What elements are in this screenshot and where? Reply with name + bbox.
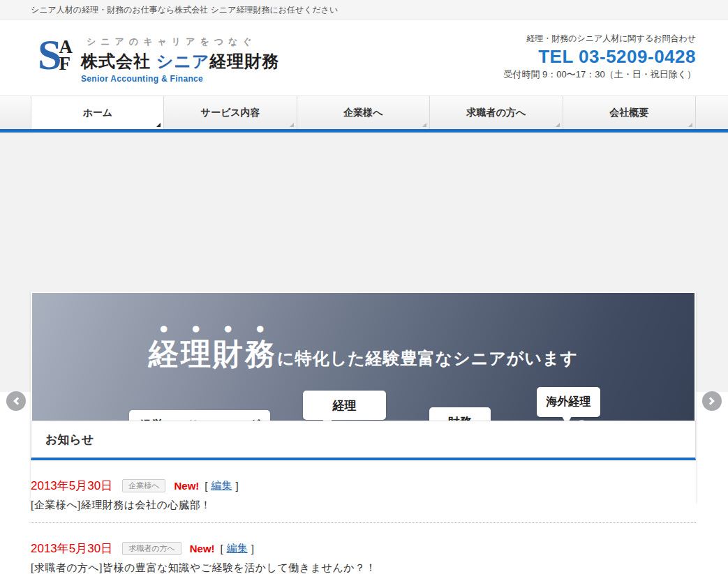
news-edit-link[interactable]: 編集: [211, 479, 232, 492]
edit-bracket-open: [: [205, 480, 207, 492]
header-contact-block: 経理・財務のシニア人材に関するお問合わせ TEL 03-5209-0428 受付…: [503, 33, 696, 81]
nav-tab-label: ホーム: [82, 107, 112, 119]
nav-tab-label: 企業様へ: [343, 107, 382, 119]
nav-tab-label: 求職者の方へ: [467, 107, 526, 119]
logo-mark: S A F: [38, 34, 73, 75]
news-item: 2013年5月30日 企業様へ New! [ 編集 ] [企業様へ]経理財務は会…: [31, 478, 696, 523]
news-edit-link[interactable]: 編集: [227, 542, 248, 555]
tab-corner-icon: [290, 123, 294, 127]
news-separator: [31, 522, 696, 523]
chevron-right-icon: [706, 397, 714, 405]
hero-headline-rest: に特化した経験豊富なシニアがいます: [277, 349, 578, 368]
tab-corner-icon: [156, 123, 161, 127]
news-date: 2013年5月30日: [31, 478, 112, 494]
nav-tab-about[interactable]: 会社概要: [563, 96, 696, 130]
company-name-suffix: 経理財務: [209, 52, 279, 70]
nav-tab-label: 会社概要: [609, 107, 648, 119]
company-logo[interactable]: S A F シニアのキャリアをつなぐ 株式会社 シニア経理財務 Senior A…: [38, 34, 279, 84]
news-item-meta: 2013年5月30日 企業様へ New! [ 編集 ]: [31, 478, 696, 494]
logo-tagline: シニアのキャリアをつなぐ: [81, 36, 279, 48]
logo-letter-s: S: [38, 34, 61, 75]
news-item: 2013年5月30日 求職者の方へ New! [ 編集 ] [求職者の方へ]皆様…: [31, 541, 696, 574]
nav-tab-companies[interactable]: 企業様へ: [297, 96, 430, 130]
news-category-badge: 企業様へ: [122, 479, 165, 492]
news-new-label: New!: [190, 543, 215, 554]
news-item-meta: 2013年5月30日 求職者の方へ New! [ 編集 ]: [31, 541, 696, 557]
top-notice-bar: シニア人材の経理・財務のお仕事なら株式会社 シニア経理財務にお任せください: [0, 0, 728, 20]
tab-corner-icon: [422, 123, 426, 127]
company-name-prefix: 株式会社: [81, 52, 156, 70]
hero-headline: 経理財務に特化した経験豊富なシニアがいます: [32, 319, 694, 375]
news-new-label: New!: [174, 480, 199, 492]
site-header: S A F シニアのキャリアをつなぐ 株式会社 シニア経理財務 Senior A…: [0, 20, 728, 96]
hero-headline-emphasis: 経理財務: [149, 337, 277, 370]
company-name-english: Senior Accounting & Finance: [81, 74, 279, 84]
nav-tab-jobseekers[interactable]: 求職者の方へ: [430, 96, 563, 130]
main-nav-tabs: ホーム サービス内容 企業様へ 求職者の方へ 会社概要: [31, 96, 696, 130]
news-date: 2013年5月30日: [31, 541, 112, 557]
news-section: お知らせ 2013年5月30日 企業様へ New! [ 編集 ] [企業様へ]経…: [31, 421, 696, 574]
nav-tab-home[interactable]: ホーム: [31, 96, 164, 130]
chevron-left-icon: [13, 397, 21, 405]
logo-letter-f: F: [59, 55, 73, 72]
tab-corner-icon: [688, 123, 692, 127]
logo-text: シニアのキャリアをつなぐ 株式会社 シニア経理財務 Senior Account…: [81, 34, 279, 84]
company-name-highlight: シニア: [156, 52, 210, 70]
hero-section: 経理財務に特化した経験豊富なシニアがいます 経営コンサルティング 経理 財務 海…: [0, 133, 728, 392]
contact-phone-number: TEL 03-5209-0428: [503, 46, 696, 67]
contact-note: 経理・財務のシニア人材に関するお問合わせ: [503, 33, 696, 45]
nav-tab-label: サービス内容: [201, 107, 260, 119]
news-item-title: [求職者の方へ]皆様の豊富な知識やご経験を活かして働きませんか？！: [31, 561, 696, 574]
main-nav: ホーム サービス内容 企業様へ 求職者の方へ 会社概要: [0, 96, 728, 129]
page: シニア人材の経理・財務のお仕事なら株式会社 シニア経理財務にお任せください S …: [0, 0, 728, 574]
speech-bubble-accounting: 経理: [303, 391, 386, 420]
news-item-title: [企業様へ]経理財務は会社の心臓部！: [31, 499, 696, 512]
news-heading: お知らせ: [31, 421, 696, 460]
edit-bracket-open: [: [221, 543, 223, 554]
news-category-badge: 求職者の方へ: [122, 542, 181, 555]
tab-corner-icon: [556, 123, 560, 127]
logo-letters-af: A F: [59, 38, 73, 72]
nav-tab-services[interactable]: サービス内容: [164, 96, 297, 130]
speech-bubble-overseas: 海外経理: [537, 387, 600, 417]
edit-bracket-close: ]: [235, 480, 238, 492]
edit-bracket-close: ]: [251, 543, 254, 554]
carousel-prev-button[interactable]: [6, 391, 26, 411]
carousel-next-button[interactable]: [702, 391, 722, 411]
contact-hours: 受付時間 9：00〜17：30（土・日・祝日除く）: [503, 68, 696, 81]
company-name: 株式会社 シニア経理財務: [81, 50, 279, 73]
